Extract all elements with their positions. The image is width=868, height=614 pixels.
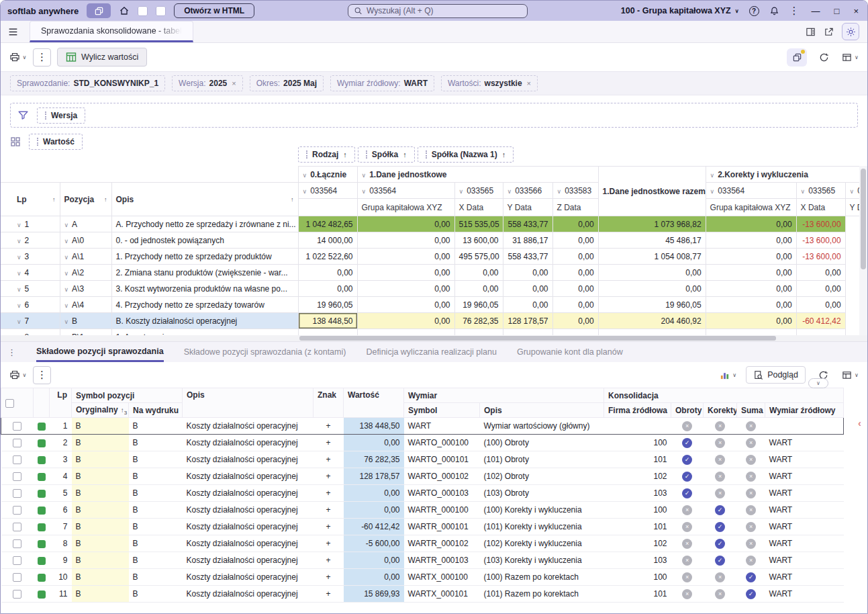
value-cell[interactable]: 0,00	[552, 297, 598, 313]
tabs-kebab-icon[interactable]: ⋮	[7, 342, 16, 362]
company-selector[interactable]: 100 - Grupa kapitałowa XYZ ∨	[621, 6, 739, 15]
value-cell[interactable]: 204 460,92	[598, 313, 706, 329]
remove-filter-icon[interactable]: ×	[527, 79, 531, 87]
component-row[interactable]: 3BBKoszty działalności operacyjnej+76 28…	[1, 451, 844, 468]
search-box[interactable]	[348, 4, 528, 18]
pivot-column-chip[interactable]: Spółka↑	[358, 146, 415, 163]
value-cell[interactable]	[357, 329, 454, 336]
row-opis-cell[interactable]: 4. Przychody netto ze sprzedaży towarów	[111, 297, 298, 313]
column-header-suma[interactable]: Suma	[737, 403, 765, 418]
print-button[interactable]: ∨	[9, 48, 27, 67]
value-cell[interactable]: -13 600,00	[796, 249, 845, 265]
horizontal-scrollbar[interactable]	[1, 335, 867, 341]
expand-row-icon[interactable]: ∨	[64, 222, 69, 228]
detail-tab-4[interactable]: Grupowanie kont dla planów	[517, 342, 623, 362]
value-cell[interactable]: 0,00	[706, 265, 796, 281]
report-row[interactable]: ∨4∨A\22. Zmiana stanu produktów (zwiększ…	[1, 265, 861, 281]
row-opis-cell[interactable]: B. Koszty działalności operacyjnej	[111, 313, 298, 329]
value-cell[interactable]	[503, 329, 552, 336]
value-cell[interactable]: 558 433,77	[503, 216, 552, 232]
pivot-column-chip[interactable]: Spółka (Nazwa 1)↑	[418, 146, 514, 163]
home-icon[interactable]	[119, 5, 130, 16]
expand-row-icon[interactable]: ∨	[17, 254, 21, 261]
value-cell[interactable]: 19 960,05	[598, 297, 706, 313]
row-lp-cell[interactable]: ∨8	[1, 329, 60, 336]
select-all-checkbox[interactable]	[5, 399, 14, 408]
report-row[interactable]: ∨3∨A\11. Przychody netto ze sprzedaży pr…	[1, 249, 861, 265]
value-cell[interactable]: 14 000,00	[298, 232, 357, 249]
row-checkbox[interactable]	[13, 556, 21, 565]
column-header-opis[interactable]: Opis	[183, 388, 314, 418]
row-checkbox[interactable]	[13, 590, 21, 599]
value-cell[interactable]: -60 412,42	[796, 313, 845, 329]
component-row[interactable]: 6BBKoszty działalności operacyjnej+0,00W…	[1, 502, 844, 519]
collapse-panel-button[interactable]: ∨	[808, 378, 828, 388]
column-header-lp[interactable]: Lp	[50, 388, 72, 418]
filter-chip[interactable]: Wartości:wszystkie×	[441, 75, 538, 91]
value-cell[interactable]: 0,00	[706, 232, 796, 249]
expand-row-icon[interactable]: ∨	[17, 286, 21, 293]
filter-field-wersja[interactable]: Wersja	[37, 107, 85, 124]
filter-chip[interactable]: Wymiar źródłowy:WART	[330, 75, 434, 91]
value-cell[interactable]: 0,00	[706, 216, 796, 232]
value-cell[interactable]: 0,00	[706, 313, 796, 329]
column-header-obroty[interactable]: Obroty	[671, 403, 704, 418]
app-badge-1[interactable]	[138, 6, 148, 16]
detail-print-button[interactable]: ∨	[9, 366, 27, 384]
row-checkbox[interactable]	[13, 455, 21, 464]
pivot-value-field[interactable]: Wartość	[29, 134, 83, 150]
row-pozycja-cell[interactable]: ∨A	[60, 216, 111, 232]
value-cell[interactable]: 1 054 008,77	[598, 249, 706, 265]
value-cell[interactable]: 0,00	[454, 265, 503, 281]
column-header-znak[interactable]: Znak	[314, 388, 344, 418]
column-group-konsolidacja[interactable]: Konsolidacja	[604, 388, 844, 403]
more-options-icon[interactable]: ⋮	[789, 5, 800, 17]
side-panel-icon[interactable]	[806, 27, 816, 37]
row-lp-cell[interactable]: ∨1	[1, 216, 60, 232]
value-cell[interactable]	[796, 329, 845, 336]
column-header-firma-zrodlowa[interactable]: Firma źródłowa	[604, 403, 671, 418]
row-checkbox[interactable]	[13, 539, 21, 548]
row-checkbox[interactable]	[13, 573, 21, 582]
row-header-lp[interactable]: Lp↑	[1, 183, 60, 216]
value-cell[interactable]: 0,00	[298, 281, 357, 297]
report-row[interactable]: ∨6∨A\44. Przychody netto ze sprzedaży to…	[1, 297, 861, 313]
component-row[interactable]: 7BBKoszty działalności operacyjnej+-60 4…	[1, 519, 844, 535]
close-button[interactable]: ×	[851, 6, 861, 16]
column-header-oryginalny[interactable]: Oryginalny↑3	[72, 403, 129, 418]
value-cell[interactable]: 0,00	[357, 216, 454, 232]
remove-filter-icon[interactable]: ×	[232, 79, 236, 87]
column-group-wymiar[interactable]: Wymiar	[404, 388, 604, 403]
value-cell[interactable]: 0,00	[357, 313, 454, 329]
value-cell[interactable]: 0,00	[298, 265, 357, 281]
open-in-html-button[interactable]: Otwórz w HTML	[174, 3, 254, 18]
value-cell[interactable]: -13 600,00	[796, 216, 845, 232]
row-pozycja-cell[interactable]: ∨B\1	[60, 329, 111, 336]
value-cell[interactable]: 0,00	[503, 265, 552, 281]
component-row[interactable]: 11BBKoszty działalności operacyjnej+15 8…	[1, 586, 844, 603]
value-cell[interactable]: 0,00	[357, 232, 454, 249]
toolbar-more-button[interactable]: ⋮	[33, 48, 51, 67]
collapse-column-icon[interactable]: ∨	[710, 188, 715, 195]
row-lp-cell[interactable]: ∨6	[1, 297, 60, 313]
expand-row-icon[interactable]: ∨	[64, 286, 69, 293]
value-cell[interactable]: 0,00	[796, 281, 845, 297]
value-cell[interactable]: 128 178,57	[503, 313, 552, 329]
value-cell[interactable]: 76 282,35	[454, 313, 503, 329]
row-opis-cell[interactable]: 1. Przychody netto ze sprzedaży produktó…	[111, 249, 298, 265]
value-cell[interactable]: 0,00	[552, 216, 598, 232]
minimize-button[interactable]: —	[810, 6, 822, 16]
row-pozycja-cell[interactable]: ∨A\1	[60, 249, 111, 265]
value-cell[interactable]: 13 600,00	[454, 232, 503, 249]
column-header-symbol[interactable]: Symbol	[404, 403, 480, 418]
refresh-button[interactable]	[815, 48, 833, 67]
row-pozycja-cell[interactable]: ∨A\4	[60, 297, 111, 313]
row-lp-cell[interactable]: ∨5	[1, 281, 60, 297]
expand-row-icon[interactable]: ∨	[64, 254, 69, 261]
expand-row-icon[interactable]: ∨	[64, 270, 69, 277]
value-cell[interactable]: 45 486,17	[598, 232, 706, 249]
row-pozycja-cell[interactable]: ∨B	[60, 313, 111, 329]
report-row[interactable]: ∨1∨AA. Przychody netto ze sprzedaży i zr…	[1, 216, 861, 232]
component-row[interactable]: 2BBKoszty działalności operacyjnej+0,00W…	[1, 435, 844, 451]
notifications-bell-icon[interactable]	[769, 6, 779, 16]
